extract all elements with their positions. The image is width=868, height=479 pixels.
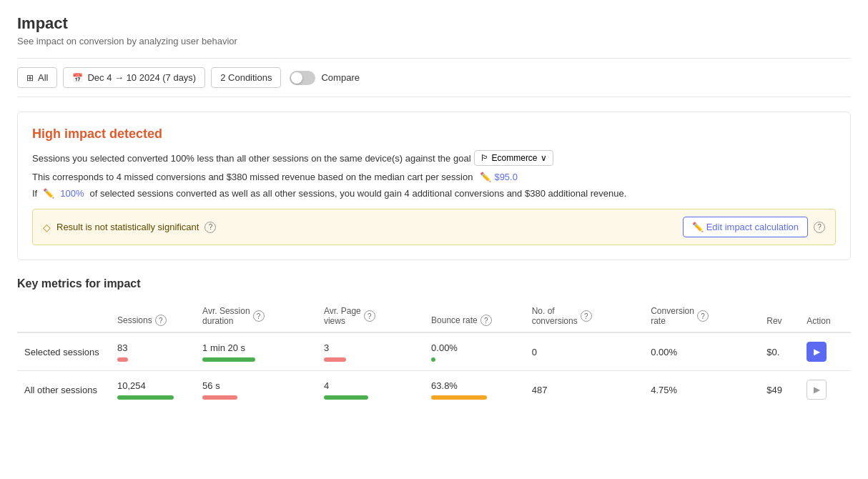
cell-bounce-selected: 0.00% <box>424 332 525 371</box>
metrics-section: Key metrics for impact Sessions ? Avr. S… <box>17 277 851 408</box>
cell-action-others: ▶ <box>799 371 851 409</box>
revenue-edit-link[interactable]: $95.0 <box>494 172 518 182</box>
cell-spacer4-others <box>740 371 759 409</box>
warning-help-icon[interactable]: ? <box>204 222 216 233</box>
row-label-selected: Selected sessions <box>17 332 110 371</box>
compare-toggle-wrap: Compare <box>290 71 359 85</box>
page-subtitle: See impact on conversion by analyzing us… <box>17 36 851 46</box>
pencil-icon: ✏️ <box>692 222 704 232</box>
date-filter-button[interactable]: 📅 Dec 4 → 10 2024 (7 days) <box>63 67 205 88</box>
sessions-bar-others <box>117 395 174 400</box>
impact-line-3: If ✏️ 100% of selected sessions converte… <box>32 188 836 199</box>
th-spacer2 <box>405 300 424 332</box>
impact-line-2: This corresponds to 4 missed conversions… <box>32 172 836 182</box>
conditions-filter-button[interactable]: 2 Conditions <box>211 67 281 88</box>
sessions-col-label: Sessions <box>117 315 152 325</box>
goal-badge-button[interactable]: 🏳 Ecommerce ∨ <box>474 150 553 166</box>
sessions-bar-selected <box>117 357 128 362</box>
conversions-col-label: No. ofconversions <box>532 306 578 326</box>
cell-avr-session-selected: 1 min 20 s <box>195 332 297 371</box>
grid-icon: ⊞ <box>26 73 34 83</box>
cell-avr-session-others: 56 s <box>195 371 297 409</box>
if-label: If <box>32 188 37 199</box>
bounce-bar-others <box>431 395 487 400</box>
avr-session-help-icon[interactable]: ? <box>253 310 265 322</box>
cell-sessions-others: 10,254 <box>110 371 195 409</box>
th-spacer4 <box>740 300 759 332</box>
impact-line1-text: Sessions you selected converted 100% les… <box>32 153 471 164</box>
cell-action-selected: ▶ <box>799 332 851 371</box>
action-col-label: Action <box>807 316 830 326</box>
th-avr-pages: Avr. Pageviews ? <box>317 300 405 332</box>
conv-rate-value-selected: 0.00% <box>651 347 733 357</box>
cell-bounce-others: 63.8% <box>424 371 525 409</box>
action-button-others[interactable]: ▶ <box>807 380 827 400</box>
table-header-row: Sessions ? Avr. Sessionduration ? Avr <box>17 300 851 332</box>
th-spacer3 <box>624 300 643 332</box>
revenue-col-label: Rev <box>766 316 781 326</box>
cell-conversions-others: 487 <box>525 371 625 409</box>
edit-calc-label: Edit impact calculation <box>706 222 799 232</box>
th-row-label <box>17 300 110 332</box>
cell-revenue-others: $49 <box>759 371 799 409</box>
conversions-help-icon[interactable]: ? <box>581 310 592 322</box>
th-bounce: Bounce rate ? <box>424 300 525 332</box>
metrics-title: Key metrics for impact <box>17 277 851 290</box>
cell-spacer1-others <box>297 371 317 409</box>
sessions-help-icon[interactable]: ? <box>155 315 167 326</box>
bounce-value-others: 63.8% <box>431 380 518 391</box>
conversions-value-selected: 0 <box>532 347 618 357</box>
conv-rate-col-label: Conversionrate <box>651 306 694 326</box>
page-title: Impact <box>17 14 851 33</box>
calc-help-icon[interactable]: ? <box>814 222 825 233</box>
table-row: Selected sessions 83 1 min 20 s 3 <box>17 332 851 371</box>
cell-conv-rate-others: 4.75% <box>643 371 740 409</box>
bounce-help-icon[interactable]: ? <box>480 315 492 326</box>
conv-rate-help-icon[interactable]: ? <box>697 310 709 322</box>
warning-diamond-icon: ◇ <box>43 222 51 233</box>
row-label-others: All other sessions <box>17 371 110 409</box>
avr-pages-col-label: Avr. Pageviews <box>324 306 361 326</box>
action-button-selected[interactable]: ▶ <box>807 342 827 362</box>
warning-text: Result is not statistically significant <box>56 222 199 232</box>
conversions-value-others: 487 <box>532 385 618 395</box>
avr-session-value-others: 56 s <box>202 380 290 391</box>
date-filter-label: Dec 4 → 10 2024 (7 days) <box>87 72 196 83</box>
toggle-knob <box>291 72 302 84</box>
calendar-icon: 📅 <box>72 73 83 83</box>
avr-session-value-selected: 1 min 20 s <box>202 342 290 353</box>
edit-impact-calc-button[interactable]: ✏️ Edit impact calculation <box>683 217 808 237</box>
all-filter-label: All <box>38 72 48 83</box>
avr-session-col-label: Avr. Sessionduration <box>202 306 250 326</box>
conv-rate-value-others: 4.75% <box>651 385 733 395</box>
compare-label: Compare <box>321 72 359 83</box>
bounce-col-label: Bounce rate <box>431 315 478 325</box>
impact-line-1: Sessions you selected converted 100% les… <box>32 150 836 166</box>
cell-spacer3-others <box>624 371 643 409</box>
avr-session-bar-selected <box>202 357 255 362</box>
bounce-value-selected: 0.00% <box>431 342 518 353</box>
metrics-table: Sessions ? Avr. Sessionduration ? Avr <box>17 300 851 408</box>
impact-line2-text: This corresponds to 4 missed conversions… <box>32 172 473 182</box>
th-revenue: Rev <box>759 300 799 332</box>
bounce-bar-selected <box>431 357 435 362</box>
warning-actions: ✏️ Edit impact calculation ? <box>683 217 825 237</box>
percentage-link[interactable]: 100% <box>60 188 84 199</box>
cell-spacer3-selected <box>624 332 643 371</box>
cell-avr-pages-selected: 3 <box>317 332 405 371</box>
cell-spacer2-selected <box>405 332 424 371</box>
all-filter-button[interactable]: ⊞ All <box>17 67 57 88</box>
avr-pages-help-icon[interactable]: ? <box>364 310 375 322</box>
avr-pages-bar-others <box>324 395 368 400</box>
table-row: All other sessions 10,254 56 s 4 <box>17 371 851 409</box>
avr-pages-value-selected: 3 <box>324 342 398 353</box>
th-sessions: Sessions ? <box>110 300 195 332</box>
avr-session-bar-others <box>202 395 237 400</box>
th-action: Action <box>799 300 851 332</box>
th-spacer1 <box>297 300 317 332</box>
cell-spacer1-selected <box>297 332 317 371</box>
impact-line3-post: of selected sessions converted as well a… <box>89 188 626 199</box>
cell-spacer4-selected <box>740 332 759 371</box>
th-avr-session: Avr. Sessionduration ? <box>195 300 297 332</box>
compare-toggle[interactable] <box>290 71 315 85</box>
